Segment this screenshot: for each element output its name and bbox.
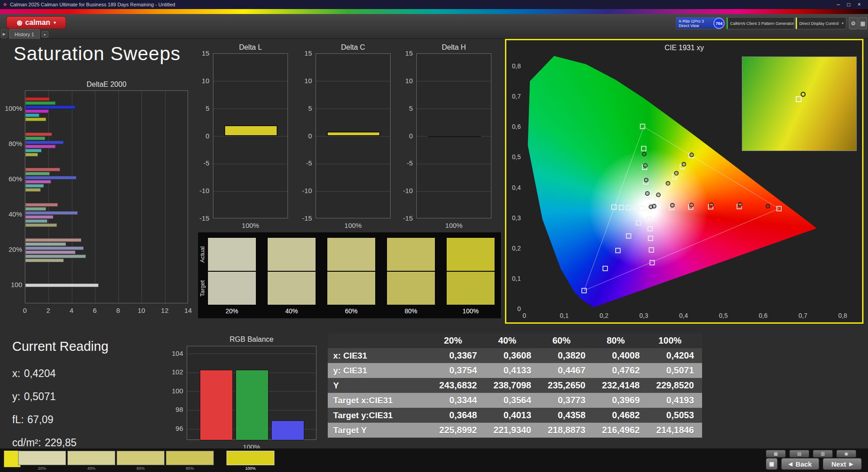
- maximize-button[interactable]: □: [847, 1, 850, 8]
- table-cell: 0,4467: [538, 365, 592, 376]
- y-axis-tick: -10: [198, 187, 209, 194]
- next-button[interactable]: Next▶: [823, 458, 862, 470]
- deltae-bar: [25, 172, 50, 175]
- table-cell: 0,4358: [538, 410, 592, 420]
- tab-history-1[interactable]: History 1: [9, 29, 40, 39]
- y-axis-tick: -15: [401, 215, 413, 222]
- y-axis-tick: 10: [401, 77, 413, 85]
- y-axis-tick: -15: [198, 215, 209, 222]
- bottom-bar: ▣ ◀Back Next▶ 20%40%60%80%100%▦▤▥◉: [0, 448, 868, 472]
- y-axis-group-label: 20%: [5, 246, 22, 253]
- stop-icon: ▣: [769, 461, 774, 467]
- brand-gradient-strip: [0, 9, 868, 14]
- table-cell: 0,3648: [429, 410, 483, 420]
- display-settings-button[interactable]: ▦: [859, 17, 867, 29]
- chevron-down-icon: ▾: [842, 21, 844, 25]
- stop-button[interactable]: ▣: [766, 458, 778, 470]
- back-button[interactable]: ◀Back: [781, 458, 819, 470]
- y-axis-tick: 0: [507, 305, 521, 312]
- patch-swatch-2[interactable]: [117, 451, 165, 465]
- reading-value: 0,5071: [24, 391, 56, 402]
- y-axis-tick: 0,2: [507, 245, 521, 252]
- deltae-bar: [25, 211, 78, 215]
- table-cell: 0,4008: [592, 350, 646, 361]
- patch-swatch-1[interactable]: [67, 451, 115, 465]
- close-button[interactable]: ×: [858, 1, 861, 8]
- column-header: 20%: [429, 335, 483, 346]
- patch-swatch-4[interactable]: [226, 451, 274, 465]
- table-row: Target x:CIE310,33440,35640,37730,39690,…: [328, 393, 702, 408]
- delta-bar: [224, 125, 278, 136]
- y-axis-tick: 98: [167, 406, 183, 413]
- y-axis-tick: 0: [198, 132, 209, 140]
- x-axis-label: 100%: [316, 222, 391, 229]
- report-button[interactable]: ▥: [813, 450, 833, 458]
- y-axis-tick: -5: [198, 160, 209, 167]
- title-bar: ❖ Calman 2025 Calman Ultimate for Busine…: [0, 0, 868, 9]
- rgb-balance-chart: RGB Balance 1041021009896100%: [167, 335, 326, 452]
- y-axis-group-label: 100%: [5, 105, 22, 112]
- chart-title: CIE 1931 xy: [506, 44, 862, 52]
- pattern-generator-name: CalMAN Client 3 Pattern Generator: [730, 21, 794, 26]
- patch-swatch-0[interactable]: [18, 451, 66, 465]
- delta-h-chart: Delta H151050-5-10-15100%: [401, 43, 496, 229]
- column-header: 60%: [538, 335, 592, 346]
- row-label: Target x:CIE31: [328, 396, 429, 406]
- gridline: [316, 109, 390, 109]
- reading-value: 67,09: [28, 414, 54, 425]
- deltae-bar: [25, 145, 56, 148]
- table-cell: 0,4204: [646, 350, 700, 361]
- display-button[interactable]: ▦: [766, 450, 786, 458]
- settings-gear-button[interactable]: ⚙: [849, 17, 858, 29]
- calman-menu-button[interactable]: ⊛ calman ▾: [6, 16, 66, 29]
- x-axis-tick: 0,4: [675, 312, 693, 319]
- x-axis-label: 100%: [213, 222, 288, 229]
- pattern-generator-select[interactable]: CalMAN Client 3 Pattern Generator ▾: [726, 17, 794, 29]
- deltae-bar: [25, 168, 60, 171]
- display-control-select[interactable]: Direct Display Control ▾: [796, 17, 846, 29]
- deltae-bar: [25, 203, 58, 207]
- gridline: [213, 164, 288, 164]
- layout-button[interactable]: ▤: [789, 450, 809, 458]
- gridline: [48, 91, 49, 303]
- deltae-bar: [25, 219, 47, 223]
- target-color-swatch: [327, 271, 376, 305]
- row-label: Target Y: [328, 425, 429, 435]
- meter-status-badge[interactable]: 704: [713, 18, 725, 29]
- calman-logo-text: calman: [25, 19, 50, 27]
- row-label: Y: [328, 381, 429, 391]
- capture-button[interactable]: ◉: [836, 450, 856, 458]
- patch-swatch-3[interactable]: [166, 451, 214, 465]
- y-axis-tick: 10: [198, 77, 209, 85]
- deltae-bar: [25, 149, 42, 152]
- deltae-bar: [25, 242, 66, 246]
- table-cell: 0,3344: [429, 395, 483, 406]
- deltae-bar: [25, 118, 46, 121]
- y-axis-tick: 0,8: [507, 62, 521, 70]
- y-axis-tick: -5: [401, 160, 413, 167]
- gridline: [95, 91, 95, 303]
- deltae-bar: [25, 215, 53, 219]
- table-row: Target Y225,8992221,9340218,8873216,4962…: [328, 423, 702, 438]
- x-axis-tick: 10: [135, 307, 148, 314]
- collapse-panel-button[interactable]: ▶: [1, 29, 7, 38]
- patch-label: 100%: [226, 466, 274, 471]
- x-axis-tick: 0,5: [714, 312, 732, 319]
- table-cell: 0,3367: [429, 350, 483, 361]
- x-axis-tick: 0,6: [754, 312, 772, 319]
- measurement-table: 20%40%60%80%100%x: CIE310,33670,36080,38…: [328, 333, 702, 438]
- tab-scroll-button[interactable]: ▸: [42, 31, 48, 38]
- y-axis-tick: 5: [198, 105, 209, 112]
- deltae-bar: [25, 250, 75, 254]
- table-cell: 216,4962: [592, 425, 646, 435]
- reading-value: 0,4204: [24, 368, 56, 379]
- table-cell: 0,3608: [483, 350, 538, 361]
- table-header-row: 20%40%60%80%100%: [328, 333, 702, 348]
- cie-zoom-inset: [742, 57, 857, 151]
- swatch-level-label: 40%: [267, 307, 316, 315]
- minimize-button[interactable]: –: [837, 1, 840, 8]
- table-row: y: CIE310,37540,41330,44670,47620,5071: [328, 363, 702, 378]
- table-cell: 243,6832: [429, 380, 483, 391]
- deltae-bar: [25, 223, 57, 227]
- plot-area: [187, 346, 316, 440]
